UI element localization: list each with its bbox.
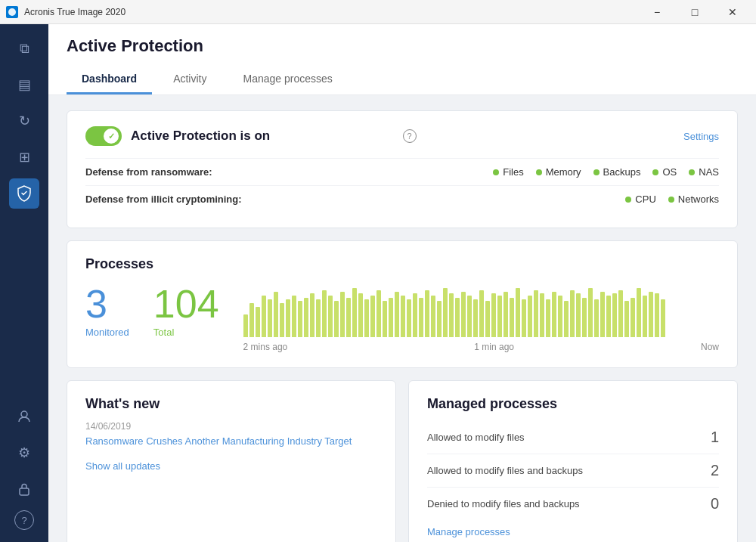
svg-rect-2 — [20, 488, 29, 495]
minimize-button[interactable]: − — [640, 0, 674, 24]
chart-labels: 2 mins ago 1 min ago Now — [243, 342, 719, 352]
titlebar: Acronis True Image 2020 − □ ✕ — [0, 0, 756, 24]
chart-bar — [316, 299, 321, 337]
close-button[interactable]: ✕ — [715, 0, 750, 24]
header: Active Protection Dashboard Activity Man… — [48, 24, 756, 95]
chart-bar — [407, 299, 411, 337]
show-all-updates-link[interactable]: Show all updates — [85, 460, 377, 472]
chart-bar — [540, 293, 544, 337]
news-date: 14/06/2019 — [85, 421, 377, 432]
tag-files-label: Files — [503, 166, 523, 178]
dot-files — [493, 169, 499, 175]
content-area: Active Protection Dashboard Activity Man… — [48, 24, 756, 542]
chart-bar — [643, 296, 647, 337]
process-chart: 2 mins ago 1 min ago Now — [243, 284, 719, 352]
chart-bar — [461, 292, 466, 337]
managed-processes-title: Managed processes — [427, 396, 719, 412]
chart-bar — [322, 290, 327, 337]
chart-bar — [389, 298, 393, 337]
chart-bar — [401, 296, 405, 337]
chart-bar — [364, 299, 369, 337]
managed-row-0-label: Allowed to modify files — [427, 432, 525, 443]
sidebar-item-copy[interactable]: ⧉ — [9, 33, 39, 63]
maximize-button[interactable]: □ — [677, 0, 712, 24]
managed-row-0: Allowed to modify files 1 — [427, 421, 719, 454]
toggle-check-icon: ✓ — [108, 132, 115, 141]
chart-bar — [624, 301, 629, 337]
settings-link[interactable]: Settings — [683, 131, 719, 142]
app-body: ⧉ ▤ ↻ ⊞ ⚙ ? Active Protection Dashboard … — [0, 24, 756, 542]
sidebar-item-grid[interactable]: ⊞ — [9, 142, 39, 172]
chart-bar — [449, 293, 454, 337]
chart-bars — [243, 284, 719, 337]
protection-help-icon[interactable]: ? — [403, 129, 417, 143]
protection-toggle[interactable]: ✓ — [85, 126, 122, 146]
chart-bar — [425, 290, 429, 337]
dot-os — [652, 169, 658, 175]
chart-bar — [370, 296, 375, 337]
chart-bar — [528, 296, 532, 337]
page-title: Active Protection — [67, 36, 738, 56]
chart-bar — [304, 298, 308, 337]
whats-new-title: What's new — [85, 396, 377, 412]
managed-row-1-count: 2 — [711, 462, 719, 479]
chart-bar — [352, 288, 357, 337]
defense-crypto-row: Defense from illicit cryptomining: CPU N… — [85, 185, 719, 212]
chart-bar — [334, 301, 339, 337]
managed-row-1: Allowed to modify files and backups 2 — [427, 454, 719, 488]
manage-processes-link[interactable]: Manage processes — [427, 526, 719, 537]
dot-memory — [536, 169, 542, 175]
sidebar-item-shield[interactable] — [9, 178, 39, 209]
chart-bar — [437, 301, 442, 337]
toggle-knob: ✓ — [104, 129, 119, 144]
svg-point-1 — [21, 411, 27, 417]
chart-bar — [467, 296, 472, 337]
tag-files: Files — [493, 166, 523, 178]
chart-bar — [310, 293, 314, 337]
tab-dashboard[interactable]: Dashboard — [67, 65, 152, 94]
sidebar-item-user[interactable] — [9, 401, 39, 432]
chart-bar — [485, 301, 490, 337]
dot-networks — [668, 197, 674, 203]
monitored-count: 3 — [85, 284, 107, 324]
chart-bar — [637, 288, 641, 337]
tag-cpu-label: CPU — [635, 194, 655, 205]
chart-bar — [286, 299, 290, 337]
chart-bar — [618, 290, 623, 337]
dot-nas — [689, 169, 695, 175]
managed-row-2: Denied to modify files and backups 0 — [427, 488, 719, 520]
chart-bar — [655, 293, 659, 337]
sidebar-item-lock[interactable] — [9, 474, 39, 504]
chart-label-mid: 1 min ago — [474, 342, 514, 352]
chart-bar — [473, 299, 478, 337]
tab-manage-processes[interactable]: Manage processes — [228, 65, 347, 94]
managed-row-1-label: Allowed to modify files and backups — [427, 465, 583, 476]
chart-bar — [600, 292, 605, 337]
defense-ransomware-tags: Files Memory Backups OS NAS — [237, 166, 719, 178]
chart-bar — [558, 296, 562, 337]
news-link[interactable]: Ransomware Crushes Another Manufacturing… — [85, 435, 377, 448]
tag-os: OS — [652, 166, 677, 178]
sidebar-item-settings[interactable]: ⚙ — [9, 438, 39, 468]
monitored-stat: 3 Monitored — [85, 284, 129, 338]
chart-bar — [262, 296, 266, 337]
monitored-label: Monitored — [85, 327, 129, 338]
defense-ransomware-row: Defense from ransomware: Files Memory Ba… — [85, 158, 719, 185]
managed-row-2-label: Denied to modify files and backups — [427, 498, 580, 509]
defense-crypto-label: Defense from illicit cryptomining: — [85, 194, 242, 205]
sidebar-item-archive[interactable]: ▤ — [9, 70, 39, 100]
sidebar: ⧉ ▤ ↻ ⊞ ⚙ ? — [0, 24, 48, 542]
chart-bar — [510, 298, 514, 337]
tab-activity[interactable]: Activity — [158, 65, 222, 94]
chart-bar — [516, 288, 520, 337]
chart-bar — [443, 288, 448, 337]
sidebar-item-help[interactable]: ? — [14, 510, 34, 530]
sidebar-item-sync[interactable]: ↻ — [9, 106, 39, 136]
chart-bar — [546, 299, 550, 337]
chart-bar — [631, 298, 635, 337]
chart-bar — [274, 292, 278, 337]
defense-crypto-tags: CPU Networks — [242, 194, 719, 205]
svg-point-0 — [8, 8, 16, 16]
chart-bar — [431, 296, 435, 337]
tag-memory-label: Memory — [546, 166, 581, 178]
